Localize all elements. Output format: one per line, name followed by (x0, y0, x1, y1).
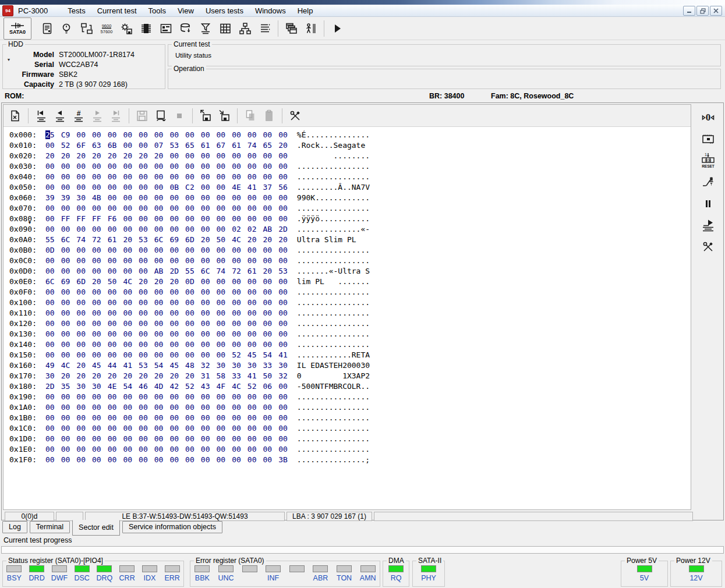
hex-ascii[interactable]: ................ (297, 319, 370, 328)
hex-row[interactable]: 0x160:49 4C 20 45 44 41 53 54 45 48 32 3… (9, 360, 370, 371)
hex-ascii[interactable]: ................ (297, 298, 370, 307)
menu-help[interactable]: Help (292, 5, 319, 16)
menu-users-tests[interactable]: Users tests (200, 5, 249, 16)
hex-row[interactable]: 0x1D0:00 00 00 00 00 00 00 00 00 00 00 0… (9, 434, 370, 444)
hex-row[interactable]: 0x170:30 20 20 20 20 20 20 20 20 20 31 5… (9, 371, 370, 381)
hex-row[interactable]: 0x140:00 00 00 00 00 00 00 00 00 00 00 0… (9, 339, 370, 350)
hex-row[interactable]: 0x040:00 00 00 00 00 00 00 00 00 00 00 0… (9, 172, 370, 182)
hex-row[interactable]: 0x050:00 00 00 00 00 00 00 00 0B C2 00 0… (9, 182, 370, 193)
board-button[interactable] (156, 19, 176, 38)
hex-bytes[interactable]: 00 00 00 00 00 00 00 00 00 00 00 00 02 0… (45, 225, 288, 233)
hex-bytes[interactable]: 55 6C 74 72 61 20 53 6C 69 6D 20 50 4C 2… (45, 235, 288, 244)
tab-service-information-objects[interactable]: Service information objects (122, 521, 222, 533)
hex-row[interactable]: 0x1B0:00 00 00 00 00 00 00 00 00 00 00 0… (9, 413, 370, 423)
hex-bytes[interactable]: 30 20 20 20 20 20 20 20 20 20 31 58 33 4… (45, 371, 288, 380)
hex-bytes[interactable]: 25 C9 00 00 00 00 00 00 00 00 00 00 00 0… (45, 130, 288, 139)
hex-ascii[interactable]: ................ (297, 403, 370, 412)
hex-ascii[interactable]: -500NTFMBRCOLR.. (297, 382, 370, 391)
hex-bytes[interactable]: 00 00 00 00 00 00 00 00 00 00 00 00 00 0… (45, 330, 288, 338)
hex-bytes[interactable]: 00 00 00 00 00 00 00 00 00 00 00 00 00 0… (45, 392, 288, 401)
hex-row[interactable]: 0x190:00 00 00 00 00 00 00 00 00 00 00 0… (9, 392, 370, 402)
hex-ascii[interactable]: ................ (297, 340, 370, 349)
hex-row[interactable]: 0x0F0:00 00 00 00 00 00 00 00 00 00 00 0… (9, 287, 370, 297)
hex-bytes[interactable]: 49 4C 20 45 44 41 53 54 45 48 32 30 30 3… (45, 361, 288, 370)
hex-row[interactable]: 0x0D0:00 00 00 00 00 00 00 AB 2D 55 6C 7… (9, 266, 370, 277)
refresh-button[interactable] (151, 107, 170, 125)
reset-counter-button[interactable]: 1000RESET (698, 151, 718, 171)
hex-bytes[interactable]: 0D 00 00 00 00 00 00 00 00 00 00 00 00 0… (45, 246, 288, 254)
hex-ascii[interactable]: ...............; (297, 455, 370, 464)
read-file-button[interactable] (196, 107, 215, 125)
hex-row[interactable]: 0x100:00 00 00 00 00 00 00 00 00 00 00 0… (9, 297, 370, 308)
hex-ascii[interactable]: ................ (297, 162, 370, 171)
menu-view[interactable]: View (172, 5, 200, 16)
hex-row[interactable]: 0x150:00 00 00 00 00 00 00 00 00 00 00 0… (9, 350, 370, 360)
hex-bytes[interactable]: 00 00 00 00 00 00 00 00 00 00 00 00 00 0… (45, 434, 288, 443)
chip-button[interactable] (136, 19, 156, 38)
hex-ascii[interactable]: ................ (297, 413, 370, 422)
close-button[interactable] (710, 6, 722, 16)
database-button[interactable] (176, 19, 196, 38)
start-test-dropdown-icon[interactable]: ▼ (27, 220, 32, 225)
hex-ascii[interactable]: lim PL ....... (297, 277, 370, 286)
hex-row[interactable]: 0x180:2D 35 30 30 4E 54 46 4D 42 52 43 4… (9, 381, 370, 392)
hex-bytes[interactable]: 00 00 00 00 00 00 00 AB 2D 55 6C 74 72 6… (45, 267, 288, 275)
hex-row[interactable]: 0x1C0:00 00 00 00 00 00 00 00 00 00 00 0… (9, 423, 370, 434)
hex-ascii[interactable]: .Rock...Seagate (297, 141, 370, 150)
hex-ascii[interactable]: ................ (297, 434, 370, 443)
hex-ascii[interactable]: ..............«- (297, 225, 370, 233)
pause-button[interactable] (698, 194, 718, 214)
hex-row[interactable]: 0x1A0:00 00 00 00 00 00 00 00 00 00 00 0… (9, 402, 370, 413)
menu-tools[interactable]: Tools (143, 5, 172, 16)
lamp-button[interactable] (57, 19, 77, 38)
hex-ascii[interactable]: ............RETA (297, 350, 370, 359)
hex-grid[interactable]: 0x000:25 C9 00 00 00 00 00 00 00 00 00 0… (9, 130, 370, 465)
hex-bytes[interactable]: 00 00 00 00 00 00 00 00 00 00 00 00 00 0… (45, 413, 288, 422)
hex-ascii[interactable]: ................ (297, 256, 370, 265)
hex-bytes[interactable]: 20 20 20 20 20 20 20 20 00 00 00 00 00 0… (45, 151, 288, 160)
adapter-card-button[interactable] (698, 129, 718, 149)
write-file-button[interactable] (215, 107, 234, 125)
hex-row[interactable]: 0x000:25 C9 00 00 00 00 00 00 00 00 00 0… (9, 130, 370, 140)
power-switch-button[interactable] (698, 172, 718, 192)
hex-row[interactable]: 0x0C0:00 00 00 00 00 00 00 00 00 00 00 0… (9, 256, 370, 266)
hex-bytes[interactable]: 00 00 00 00 00 00 00 00 00 00 00 00 00 0… (45, 204, 288, 212)
tools-button[interactable] (698, 237, 718, 257)
script-button[interactable] (255, 19, 275, 38)
filter-button[interactable] (196, 19, 215, 38)
hex-row[interactable]: 0x0E0:6C 69 6D 20 50 4C 20 20 20 0D 00 0… (9, 277, 370, 287)
hex-ascii[interactable]: ................ (297, 392, 370, 401)
hex-bytes[interactable]: 00 00 00 00 00 00 00 00 00 00 00 00 00 0… (45, 172, 288, 181)
hex-row[interactable]: 0x120:00 00 00 00 00 00 00 00 00 00 00 0… (9, 318, 370, 329)
hex-ascii[interactable]: .........Â..NA7V (297, 183, 370, 192)
start-test-button[interactable] (698, 215, 718, 235)
hex-bytes[interactable]: 00 00 00 00 00 00 00 00 00 00 00 00 00 0… (45, 309, 288, 317)
edit-pattern-button[interactable] (6, 107, 24, 125)
tools-button[interactable] (286, 107, 305, 125)
hex-row[interactable]: 0x1E0:00 00 00 00 00 00 00 00 00 00 00 0… (9, 444, 370, 455)
baud-rate-button[interactable]: 960057600 (97, 19, 116, 38)
hex-ascii[interactable]: ................ (297, 204, 370, 212)
hex-row[interactable]: 0x130:00 00 00 00 00 00 00 00 00 00 00 0… (9, 329, 370, 339)
hex-bytes[interactable]: 00 00 00 00 00 00 00 00 00 00 00 00 00 0… (45, 424, 288, 433)
hex-bytes[interactable]: 39 39 30 4B 00 00 00 00 00 00 00 00 00 0… (45, 193, 288, 202)
hex-row[interactable]: 0x1F0:00 00 00 00 00 00 00 00 00 00 00 0… (9, 455, 370, 465)
hex-ascii[interactable]: ................ (297, 288, 370, 296)
hex-bytes[interactable]: 00 00 00 00 00 00 00 00 00 00 00 00 00 0… (45, 403, 288, 412)
tab-sector-edit[interactable]: Sector edit (72, 520, 120, 536)
hex-row[interactable]: 0x110:00 00 00 00 00 00 00 00 00 00 00 0… (9, 308, 370, 318)
hex-bytes[interactable]: 00 00 00 00 00 00 00 00 00 00 00 00 52 4… (45, 350, 288, 359)
exit-button[interactable] (301, 19, 321, 38)
hex-row[interactable]: 0x080:00 FF FF FF F6 00 00 00 00 00 00 0… (9, 214, 370, 224)
tab-log[interactable]: Log (2, 521, 27, 533)
zero-counter-button[interactable]: 0 (698, 108, 718, 127)
hex-bytes[interactable]: 00 00 00 00 00 00 00 00 00 00 00 00 00 0… (45, 288, 288, 296)
hex-bytes[interactable]: 00 00 00 00 00 00 00 00 00 00 00 00 00 0… (45, 340, 288, 349)
hex-row[interactable]: 0x010:00 52 6F 63 6B 00 00 07 53 65 61 6… (9, 140, 370, 151)
utility-report-button[interactable] (37, 19, 57, 38)
hex-bytes[interactable]: 00 52 6F 63 6B 00 00 07 53 65 61 67 61 7… (45, 141, 288, 150)
minimize-button[interactable] (683, 6, 695, 16)
sata0-port-button[interactable]: SATA0 (3, 17, 31, 40)
first-sector-button[interactable] (32, 107, 51, 125)
prev-sector-button[interactable] (51, 107, 69, 125)
